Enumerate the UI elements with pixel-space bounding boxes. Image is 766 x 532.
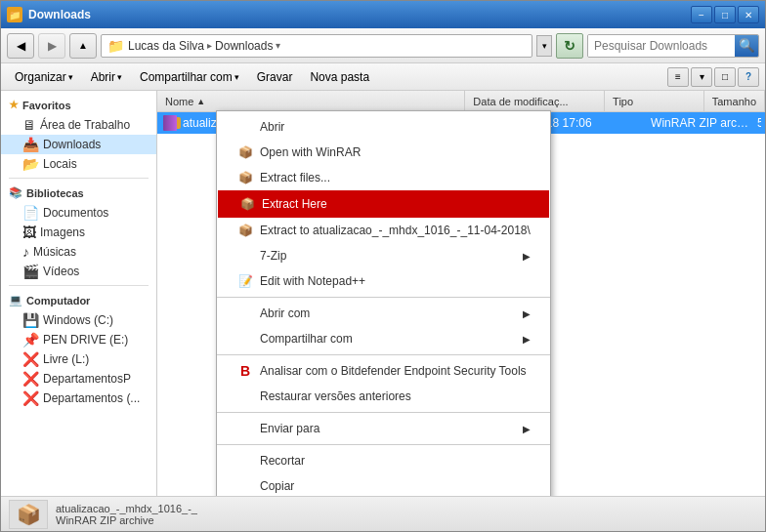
file-type: WinRAR ZIP archive <box>647 116 753 130</box>
ctx-7zip[interactable]: 7-Zip ▶ <box>217 243 550 268</box>
status-thumb: 📦 <box>9 500 48 529</box>
address-icon: 📁 <box>107 38 124 54</box>
search-input[interactable] <box>588 35 735 57</box>
ctx-bitdefender[interactable]: B Analisar com o Bitdefender Endpoint Se… <box>217 358 550 384</box>
livre-icon: ❌ <box>22 351 39 367</box>
view-icons: ≡ ▾ □ ? <box>667 67 759 87</box>
menubar: Organizar ▾ Abrir ▾ Compartilhar com ▾ G… <box>1 63 765 91</box>
titlebar: 📁 Downloads − □ ✕ <box>1 1 765 28</box>
col-type[interactable]: Tipo <box>605 91 704 111</box>
ctx-copiar-icon <box>236 477 254 495</box>
sidebar-item-locais[interactable]: 📂 Locais <box>1 154 156 174</box>
address-crumb: Lucas da Silva ▸ Downloads ▾ <box>128 39 280 53</box>
view-options-button[interactable]: ▾ <box>691 67 712 87</box>
sidebar-favorites-header: ★ Favoritos <box>1 95 156 115</box>
col-date[interactable]: Data de modificaç... <box>465 91 605 111</box>
file-icon <box>161 113 179 133</box>
col-name[interactable]: Nome ▲ <box>157 91 465 111</box>
sidebar-item-pendrive[interactable]: 📌 PEN DRIVE (E:) <box>1 330 156 349</box>
sidebar-item-videos[interactable]: 🎬 Vídeos <box>1 262 156 281</box>
address-user: Lucas da Silva <box>128 39 204 53</box>
locais-icon: 📂 <box>22 156 39 172</box>
minimize-button[interactable]: − <box>691 6 712 23</box>
ctx-notepad-icon: 📝 <box>236 272 254 290</box>
titlebar-buttons: − □ ✕ <box>691 6 759 23</box>
menu-organizar[interactable]: Organizar ▾ <box>7 68 81 86</box>
menu-nova-pasta[interactable]: Nova pasta <box>302 68 377 86</box>
view-list-button[interactable]: ≡ <box>667 67 689 87</box>
ctx-abrir[interactable]: Abrir <box>217 114 550 140</box>
menu-compartilhar[interactable]: Compartilhar com ▾ <box>132 68 247 86</box>
file-size: 57.543 KB <box>753 116 761 130</box>
status-info: atualizacao_-_mhdx_1016_-_ WinRAR ZIP ar… <box>56 503 197 526</box>
sidebar-item-desktop[interactable]: 🖥 Área de Trabalho <box>1 115 156 135</box>
sidebar-computer-header: 💻 Computador <box>1 290 156 310</box>
close-button[interactable]: ✕ <box>738 6 759 23</box>
search-button[interactable]: 🔍 <box>735 34 758 58</box>
ctx-open-winrar[interactable]: 📦 Open with WinRAR <box>217 140 550 165</box>
toolbar: ◀ ▶ ▲ 📁 Lucas da Silva ▸ Downloads ▾ ▾ ↻… <box>1 28 765 63</box>
ctx-extract-icon: 📦 <box>236 169 254 186</box>
ctx-winrar-icon: 📦 <box>236 143 254 161</box>
ctx-bitdefender-icon: B <box>236 362 254 380</box>
sidebar-item-livre[interactable]: ❌ Livre (L:) <box>1 349 156 369</box>
images-icon: 🖼 <box>22 225 36 240</box>
ctx-enviar[interactable]: Enviar para ▶ <box>217 416 550 441</box>
sidebar-item-images[interactable]: 🖼 Imagens <box>1 223 156 242</box>
ctx-restaurar[interactable]: Restaurar versões anteriores <box>217 384 550 409</box>
ctx-abrir-icon <box>236 118 254 136</box>
address-folder: Downloads <box>215 39 273 53</box>
ctx-extractto-icon: 📦 <box>236 222 254 239</box>
context-menu: Abrir 📦 Open with WinRAR 📦 Extract files… <box>216 110 551 496</box>
status-filetype: WinRAR ZIP archive <box>56 514 197 526</box>
sidebar-item-dept1[interactable]: ❌ DepartamentosP <box>1 369 156 389</box>
sidebar-item-downloads[interactable]: 📥 Downloads <box>1 135 156 154</box>
sidebar: ★ Favoritos 🖥 Área de Trabalho 📥 Downloa… <box>1 91 157 496</box>
pendrive-icon: 📌 <box>22 332 39 348</box>
desktop-icon: 🖥 <box>22 117 36 133</box>
dept2-icon: ❌ <box>22 390 39 406</box>
sidebar-item-windows[interactable]: 💾 Windows (C:) <box>1 310 156 330</box>
ctx-extract-to[interactable]: 📦 Extract to atualizacao_-_mhdx_1016_-_1… <box>217 218 550 243</box>
sidebar-item-music[interactable]: ♪ Músicas <box>1 242 156 262</box>
file-header: Nome ▲ Data de modificaç... Tipo Tamanho <box>157 91 765 112</box>
music-icon: ♪ <box>22 244 29 260</box>
menu-gravar[interactable]: Gravar <box>249 68 301 86</box>
ctx-abrir-com[interactable]: Abrir com ▶ <box>217 301 550 326</box>
col-size[interactable]: Tamanho <box>704 91 765 111</box>
ctx-restaurar-icon <box>236 388 254 405</box>
windows-drive-icon: 💾 <box>22 312 39 328</box>
libraries-icon: 📚 <box>9 186 22 199</box>
up-button[interactable]: ▲ <box>69 33 97 59</box>
maximize-button[interactable]: □ <box>714 6 736 23</box>
address-bar[interactable]: 📁 Lucas da Silva ▸ Downloads ▾ <box>101 34 532 58</box>
ctx-compartilhar-icon <box>236 330 254 348</box>
sidebar-item-documents[interactable]: 📄 Documentos <box>1 203 156 223</box>
menu-abrir[interactable]: Abrir ▾ <box>83 68 130 86</box>
help-button[interactable]: ? <box>738 67 759 87</box>
view-details-button[interactable]: □ <box>714 67 736 87</box>
sidebar-item-dept2[interactable]: ❌ Departamentos (... <box>1 389 156 408</box>
ctx-enviar-icon <box>236 420 254 437</box>
videos-icon: 🎬 <box>22 264 39 279</box>
back-button[interactable]: ◀ <box>7 33 34 59</box>
sidebar-favorites: ★ Favoritos 🖥 Área de Trabalho 📥 Downloa… <box>1 95 156 174</box>
ctx-recortar-icon <box>236 452 254 470</box>
forward-button[interactable]: ▶ <box>38 33 65 59</box>
titlebar-left: 📁 Downloads <box>7 7 91 22</box>
ctx-compartilhar-com[interactable]: Compartilhar com ▶ <box>217 326 550 351</box>
ctx-extract-files[interactable]: 📦 Extract files... <box>217 165 550 190</box>
sidebar-libraries: 📚 Bibliotecas 📄 Documentos 🖼 Imagens ♪ M… <box>1 183 156 281</box>
titlebar-icon: 📁 <box>7 7 22 22</box>
go-button[interactable]: ↻ <box>556 33 583 59</box>
content-area: ★ Favoritos 🖥 Área de Trabalho 📥 Downloa… <box>1 91 765 496</box>
ctx-notepad[interactable]: 📝 Edit with Notepad++ <box>217 268 550 294</box>
statusbar: 📦 atualizacao_-_mhdx_1016_-_ WinRAR ZIP … <box>1 496 765 531</box>
ctx-copiar[interactable]: Copiar <box>217 473 550 496</box>
search-box: 🔍 <box>587 34 759 58</box>
file-area: Nome ▲ Data de modificaç... Tipo Tamanho <box>157 91 765 496</box>
ctx-recortar[interactable]: Recortar <box>217 448 550 473</box>
ctx-extract-here[interactable]: 📦 Extract Here <box>218 190 549 218</box>
downloads-icon: 📥 <box>22 137 39 152</box>
address-dropdown-btn[interactable]: ▾ <box>536 35 552 57</box>
